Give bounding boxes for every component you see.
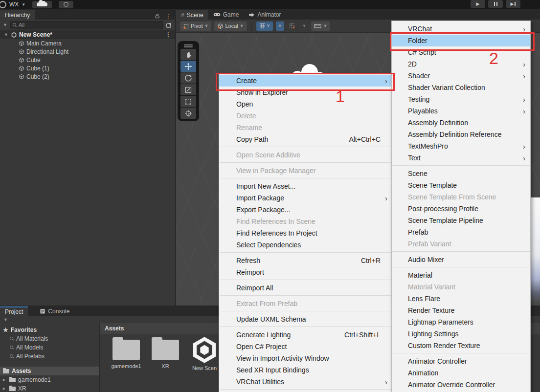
tree-item-folder[interactable]: ► gamemode1 (0, 375, 99, 384)
menu-item[interactable]: Open C# Project (219, 341, 392, 352)
menu-item[interactable]: Extract From Prefab (219, 298, 392, 309)
hierarchy-item[interactable]: Cube (1) (0, 64, 175, 72)
tab-console[interactable]: Console (35, 306, 74, 316)
menu-item[interactable]: Copy Path Alt+Ctrl+C (219, 133, 392, 145)
menu-item[interactable]: Find References In Project (219, 227, 392, 239)
menu-item[interactable]: Testing › (392, 93, 530, 105)
menu-item[interactable]: Scene Template From Scene (392, 191, 530, 203)
kebab-menu-icon[interactable]: ⋮ (165, 13, 171, 20)
rotate-tool-button[interactable] (180, 72, 196, 84)
hierarchy-search-input[interactable]: All (10, 21, 163, 29)
menu-item[interactable]: Rename (219, 122, 392, 133)
pivot-mode-button[interactable]: Pivot▼ (180, 22, 211, 31)
menu-item[interactable]: Reimport All (219, 282, 392, 294)
favorites-header[interactable]: ★ Favorites (0, 326, 99, 334)
menu-item[interactable]: VRChat Utilities › (219, 376, 392, 388)
menu-item[interactable]: Playables › (392, 105, 530, 117)
menu-item[interactable]: Import Package › (219, 192, 392, 204)
hierarchy-item[interactable]: Main Camera (0, 39, 175, 47)
tab-game[interactable]: Game (208, 10, 244, 20)
menu-item[interactable]: Lightmap Parameters (392, 316, 530, 328)
menu-item[interactable]: Open (219, 98, 392, 110)
hierarchy-item[interactable]: Directional Light (0, 47, 175, 56)
menu-item[interactable]: Seed XR Input Bindings (219, 364, 392, 376)
menu-item[interactable]: Refresh Ctrl+R (219, 255, 392, 266)
menu-item-create[interactable]: Create › (219, 75, 392, 87)
chevron-down-icon[interactable]: ▼ (3, 317, 8, 322)
cloud-services-button[interactable] (32, 1, 52, 8)
tab-hierarchy[interactable]: Hierarchy (0, 10, 35, 20)
menu-item[interactable]: Assembly Definition (392, 117, 530, 129)
menu-item[interactable]: Update UXML Schema (219, 313, 392, 325)
menu-item[interactable]: Material Variant (392, 281, 530, 293)
menu-item[interactable]: Scene Template (392, 179, 530, 191)
search-window-icon[interactable] (166, 22, 172, 28)
foldout-triangle-icon[interactable]: ► (2, 377, 7, 382)
play-button[interactable]: ▶ (471, 0, 485, 8)
menu-item[interactable]: Prefab Variant (392, 238, 530, 250)
favorites-item[interactable]: All Materials (0, 334, 99, 343)
grid-snap-toggle[interactable] (287, 22, 297, 31)
snap-increment-dropdown[interactable]: ▼ (300, 22, 309, 31)
menu-item[interactable]: Generate Lighting Ctrl+Shift+L (219, 329, 392, 341)
hierarchy-item[interactable]: Cube (0, 56, 175, 64)
menu-item[interactable]: Assembly Definition Reference (392, 129, 530, 140)
toolstrip-grip-handle[interactable] (179, 44, 198, 48)
scale-tool-button[interactable] (180, 84, 196, 95)
menu-item[interactable]: Import New Asset... (219, 180, 392, 192)
menu-item[interactable]: Find References In Scene (219, 216, 392, 227)
transform-tool-button[interactable] (180, 108, 196, 119)
menu-item[interactable]: Shader Variant Collection (392, 82, 530, 93)
step-button[interactable]: ▶ (506, 0, 520, 8)
asset-tile-xr[interactable]: XR (147, 334, 184, 369)
menu-item[interactable]: Custom Render Texture (392, 340, 530, 351)
menu-item[interactable]: Lighting Settings (392, 328, 530, 340)
menu-item[interactable]: Select Dependencies (219, 239, 392, 251)
pause-button[interactable] (488, 0, 503, 8)
menu-item[interactable]: Reimport (219, 266, 392, 278)
menu-item[interactable]: Animator Controller (392, 355, 530, 367)
menu-item[interactable]: Shader › (392, 70, 530, 82)
tab-project[interactable]: Project (0, 306, 28, 316)
hand-tool-button[interactable] (180, 49, 196, 60)
menu-item[interactable]: Scene (392, 168, 530, 179)
favorites-item[interactable]: All Models (0, 343, 99, 352)
menu-item[interactable]: Show in Explorer (219, 87, 392, 98)
hierarchy-scene-row[interactable]: ▼ New Scene* ⋮ (0, 30, 175, 39)
foldout-triangle-icon[interactable]: ► (2, 386, 7, 391)
menu-item[interactable]: Export Package... (219, 204, 392, 216)
menu-item[interactable]: Prefab (392, 226, 530, 238)
menu-item[interactable]: View in Package Manager (219, 165, 392, 176)
menu-item[interactable]: Animator Override Controller (392, 379, 530, 391)
version-dropdown[interactable]: WX (9, 1, 19, 8)
asset-tile-new-scene[interactable]: New Scen (186, 334, 223, 371)
menu-item[interactable]: Material (392, 269, 530, 281)
grid-visibility-toggle[interactable]: Y (256, 22, 273, 31)
rect-tool-button[interactable] (180, 96, 196, 107)
tree-item-folder[interactable]: ► XR (0, 384, 99, 392)
menu-item[interactable]: VRChat › (392, 23, 530, 35)
hierarchy-item[interactable]: Cube (2) (0, 72, 175, 81)
menu-item[interactable]: Animation (392, 367, 530, 379)
menu-item[interactable]: Scene Template Pipeline (392, 215, 530, 226)
favorites-item[interactable]: All Prefabs (0, 352, 99, 361)
menu-item[interactable]: Post-processing Profile (392, 203, 530, 215)
menu-item[interactable]: C# Script (392, 46, 530, 58)
local-space-button[interactable]: Local▼ (214, 22, 247, 31)
tree-item-assets[interactable]: Assets (0, 367, 99, 375)
foldout-triangle-icon[interactable]: ▼ (4, 32, 9, 37)
account-shield-button[interactable] (59, 1, 73, 8)
menu-item[interactable]: Text › (392, 152, 530, 164)
tab-animator[interactable]: Animator (244, 10, 286, 20)
grid-options-dropdown[interactable]: ▼ (276, 22, 284, 31)
menu-item[interactable]: TextMeshPro › (392, 140, 530, 152)
measure-button[interactable]: ▼ (311, 22, 330, 31)
menu-item-folder[interactable]: Folder (392, 35, 530, 46)
menu-item[interactable]: Delete (219, 110, 392, 122)
menu-item[interactable]: Open Scene Additive (219, 149, 392, 161)
menu-item[interactable]: View in Import Activity Window (219, 352, 392, 364)
tab-scene[interactable]: # Scene (176, 10, 208, 20)
lock-icon[interactable] (155, 13, 160, 19)
move-tool-button[interactable] (180, 61, 196, 72)
menu-item[interactable]: Audio Mixer (392, 254, 530, 265)
